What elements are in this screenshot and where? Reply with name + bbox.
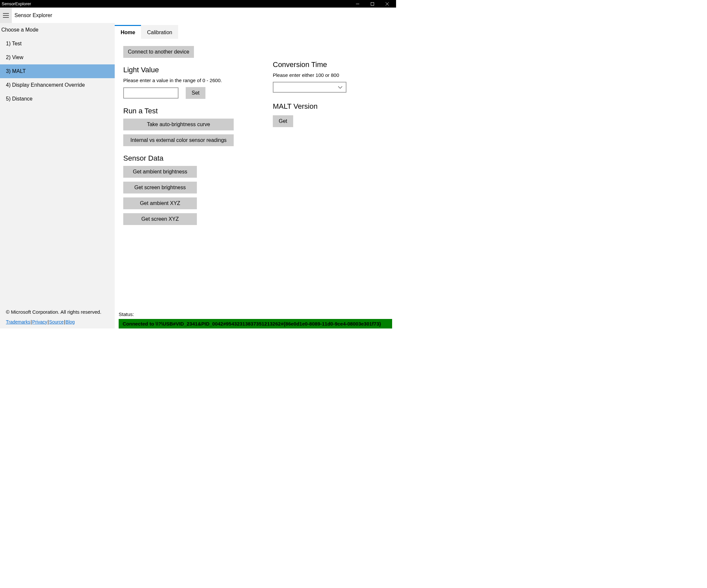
sidebar-item-label: 1) Test	[6, 41, 22, 46]
main-panel: Home Calibration Connect to another devi…	[115, 23, 396, 329]
sidebar-item-label: 4) Display Enhancement Override	[6, 82, 85, 88]
sidebar-item-display-enhancement[interactable]: 4) Display Enhancement Override	[0, 78, 115, 92]
sidebar-item-test[interactable]: 1) Test	[0, 37, 115, 50]
screen-xyz-button[interactable]: Get screen XYZ	[123, 213, 197, 225]
window-title: SensorExplorer	[2, 1, 350, 6]
sidebar-title: Choose a Mode	[0, 23, 115, 37]
content: Connect to another device Light Value Pl…	[115, 39, 396, 311]
footer-links: Trademarks|Privacy|Source|Blog	[6, 319, 109, 325]
light-value-input[interactable]	[123, 87, 178, 99]
sidebar-item-label: 3) MALT	[6, 68, 26, 74]
sidebar: Choose a Mode 1) Test 2) View 3) MALT 4)…	[0, 23, 115, 329]
conversion-time-select[interactable]	[273, 82, 346, 93]
blog-link[interactable]: Blog	[65, 319, 75, 325]
sidebar-item-malt[interactable]: 3) MALT	[0, 64, 115, 78]
sidebar-item-label: 2) View	[6, 54, 23, 60]
color-sensor-button[interactable]: Internal vs external color sensor readin…	[123, 134, 234, 146]
tab-label: Home	[121, 30, 135, 35]
ambient-xyz-button[interactable]: Get ambient XYZ	[123, 197, 197, 209]
sidebar-footer: © Microsoft Corporation. All rights rese…	[0, 306, 115, 329]
titlebar: SensorExplorer	[0, 0, 396, 7]
conversion-time-hint: Please enter either 100 or 800	[273, 72, 388, 78]
ambient-brightness-button[interactable]: Get ambient brightness	[123, 166, 197, 178]
sidebar-item-view[interactable]: 2) View	[0, 50, 115, 64]
hamburger-button[interactable]	[0, 7, 12, 23]
status-bar: Connected to \\?\USB#VID_2341&PID_0042#9…	[119, 319, 392, 329]
auto-brightness-button[interactable]: Take auto-brightness curve	[123, 119, 234, 131]
app-header: Sensor Explorer	[0, 7, 396, 23]
sensor-data-heading: Sensor Data	[123, 154, 257, 162]
close-button[interactable]	[380, 0, 395, 7]
maximize-button[interactable]	[365, 0, 380, 7]
screen-brightness-button[interactable]: Get screen brightness	[123, 182, 197, 193]
tab-home[interactable]: Home	[115, 25, 141, 39]
run-test-heading: Run a Test	[123, 107, 257, 115]
status-label: Status:	[119, 311, 392, 319]
conversion-time-heading: Conversion Time	[273, 61, 388, 69]
tab-calibration[interactable]: Calibration	[141, 25, 178, 39]
sidebar-item-distance[interactable]: 5) Distance	[0, 92, 115, 106]
minimize-button[interactable]	[350, 0, 365, 7]
window-controls	[350, 0, 395, 7]
app-name: Sensor Explorer	[12, 12, 52, 19]
get-version-button[interactable]: Get	[273, 115, 293, 127]
privacy-link[interactable]: Privacy	[32, 319, 47, 325]
malt-version-heading: MALT Version	[273, 102, 388, 111]
set-button[interactable]: Set	[186, 87, 205, 99]
svg-rect-1	[371, 2, 374, 5]
connect-device-button[interactable]: Connect to another device	[123, 46, 194, 58]
light-value-heading: Light Value	[123, 66, 257, 74]
trademarks-link[interactable]: Trademarks	[6, 319, 30, 325]
status-area: Status: Connected to \\?\USB#VID_2341&PI…	[115, 311, 396, 329]
sidebar-item-label: 5) Distance	[6, 96, 33, 102]
tabs: Home Calibration	[115, 25, 396, 39]
copyright-text: © Microsoft Corporation. All rights rese…	[6, 309, 109, 315]
light-value-hint: Please enter a value in the range of 0 -…	[123, 77, 257, 83]
tab-label: Calibration	[147, 30, 172, 35]
maximize-icon	[371, 2, 374, 6]
source-link[interactable]: Source	[49, 319, 63, 325]
hamburger-icon	[3, 13, 9, 18]
minimize-icon	[356, 2, 359, 6]
close-icon	[385, 2, 389, 6]
chevron-down-icon	[338, 86, 342, 89]
